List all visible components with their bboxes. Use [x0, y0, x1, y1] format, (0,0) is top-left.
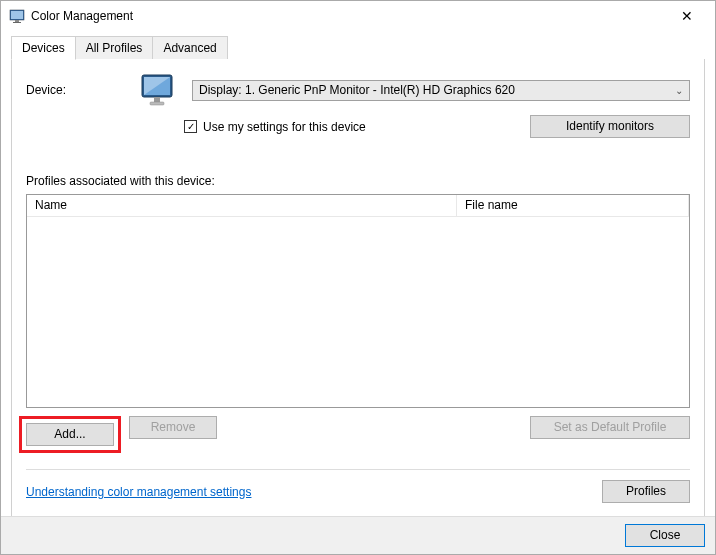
svg-rect-1 — [11, 11, 23, 19]
divider — [26, 469, 690, 470]
profiles-button[interactable]: Profiles — [602, 480, 690, 503]
window-title: Color Management — [31, 9, 667, 23]
tabstrip: Devices All Profiles Advanced — [11, 36, 705, 60]
remove-button: Remove — [129, 416, 217, 439]
device-label: Device: — [26, 83, 126, 97]
understanding-link[interactable]: Understanding color management settings — [26, 485, 251, 499]
add-button-highlight: Add... — [19, 416, 121, 453]
svg-rect-7 — [150, 102, 164, 105]
chevron-down-icon: ⌄ — [675, 85, 683, 96]
app-icon — [9, 8, 25, 24]
tab-devices[interactable]: Devices — [11, 36, 76, 60]
bottom-row: Understanding color management settings … — [26, 480, 690, 503]
svg-rect-3 — [13, 22, 21, 23]
profile-buttons-row: Add... Remove Set as Default Profile — [26, 416, 690, 453]
device-row: Device: Display: 1. Generic PnP Monitor … — [26, 73, 690, 107]
close-button[interactable]: ✕ — [667, 2, 707, 30]
svg-rect-2 — [15, 20, 19, 22]
column-header-name[interactable]: Name — [27, 195, 457, 216]
add-button[interactable]: Add... — [26, 423, 114, 446]
use-settings-checkbox[interactable]: ✓ — [184, 120, 197, 133]
color-management-window: Color Management ✕ Devices All Profiles … — [0, 0, 716, 555]
monitor-icon — [138, 73, 180, 107]
profiles-listview[interactable]: Name File name — [26, 194, 690, 408]
dialog-footer: Close — [1, 516, 715, 554]
titlebar: Color Management ✕ — [1, 1, 715, 31]
device-dropdown-value: Display: 1. Generic PnP Monitor - Intel(… — [199, 83, 515, 97]
device-dropdown[interactable]: Display: 1. Generic PnP Monitor - Intel(… — [192, 80, 690, 101]
set-default-button: Set as Default Profile — [530, 416, 690, 439]
tab-body: Device: Display: 1. Generic PnP Monitor … — [11, 59, 705, 519]
profiles-section-label: Profiles associated with this device: — [26, 174, 690, 188]
tab-advanced[interactable]: Advanced — [152, 36, 227, 59]
svg-rect-6 — [154, 97, 160, 102]
close-dialog-button[interactable]: Close — [625, 524, 705, 547]
content-area: Devices All Profiles Advanced Device: — [1, 31, 715, 519]
list-headers: Name File name — [27, 195, 689, 217]
use-settings-label: Use my settings for this device — [203, 120, 366, 134]
settings-row: ✓ Use my settings for this device Identi… — [184, 115, 690, 138]
tab-all-profiles[interactable]: All Profiles — [75, 36, 154, 59]
column-header-file[interactable]: File name — [457, 195, 689, 216]
identify-monitors-button[interactable]: Identify monitors — [530, 115, 690, 138]
